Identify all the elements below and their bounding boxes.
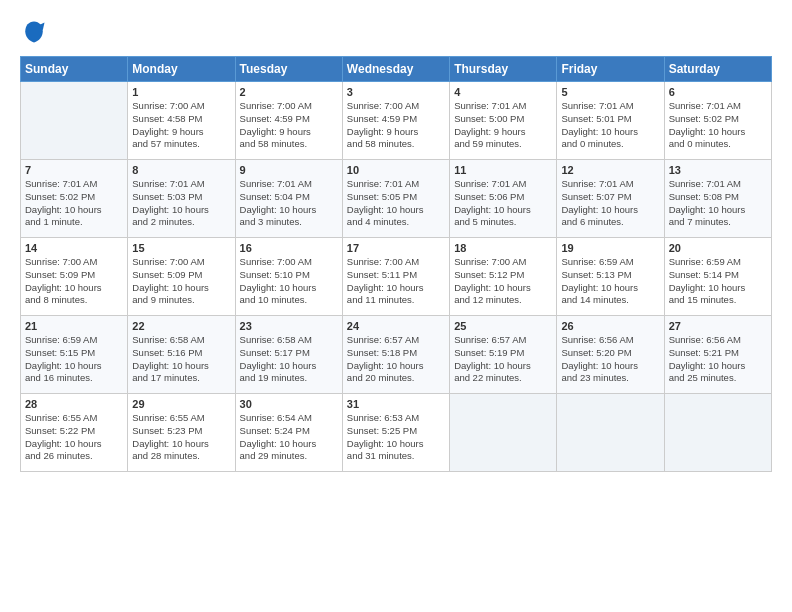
logo-icon: [20, 18, 48, 46]
day-cell: 22Sunrise: 6:58 AMSunset: 5:16 PMDayligh…: [128, 316, 235, 394]
day-info-line: Sunrise: 7:01 AM: [561, 178, 659, 191]
day-info: Sunrise: 6:59 AMSunset: 5:13 PMDaylight:…: [561, 256, 659, 307]
day-info-line: Sunset: 5:09 PM: [132, 269, 230, 282]
day-info-line: Sunrise: 7:01 AM: [669, 100, 767, 113]
day-info-line: Daylight: 10 hours: [132, 360, 230, 373]
day-info-line: and 3 minutes.: [240, 216, 338, 229]
day-info-line: Sunrise: 6:56 AM: [669, 334, 767, 347]
day-info: Sunrise: 6:54 AMSunset: 5:24 PMDaylight:…: [240, 412, 338, 463]
day-cell: 30Sunrise: 6:54 AMSunset: 5:24 PMDayligh…: [235, 394, 342, 472]
day-info: Sunrise: 6:56 AMSunset: 5:20 PMDaylight:…: [561, 334, 659, 385]
day-info-line: and 11 minutes.: [347, 294, 445, 307]
day-cell: 5Sunrise: 7:01 AMSunset: 5:01 PMDaylight…: [557, 82, 664, 160]
day-info-line: Daylight: 9 hours: [132, 126, 230, 139]
day-info-line: and 0 minutes.: [561, 138, 659, 151]
day-info-line: Sunset: 5:06 PM: [454, 191, 552, 204]
day-cell: 11Sunrise: 7:01 AMSunset: 5:06 PMDayligh…: [450, 160, 557, 238]
day-info-line: and 5 minutes.: [454, 216, 552, 229]
day-info-line: Sunrise: 6:57 AM: [347, 334, 445, 347]
day-number: 2: [240, 86, 338, 98]
day-info-line: Sunrise: 7:01 AM: [347, 178, 445, 191]
day-info-line: Sunset: 5:24 PM: [240, 425, 338, 438]
day-cell: 4Sunrise: 7:01 AMSunset: 5:00 PMDaylight…: [450, 82, 557, 160]
day-info-line: Sunrise: 7:01 AM: [561, 100, 659, 113]
day-number: 21: [25, 320, 123, 332]
day-info: Sunrise: 7:00 AMSunset: 5:09 PMDaylight:…: [25, 256, 123, 307]
day-number: 30: [240, 398, 338, 410]
day-info-line: Daylight: 10 hours: [561, 126, 659, 139]
day-info-line: Sunset: 5:09 PM: [25, 269, 123, 282]
day-number: 1: [132, 86, 230, 98]
day-info-line: Daylight: 10 hours: [669, 204, 767, 217]
logo: [20, 18, 52, 46]
day-info-line: Sunrise: 6:58 AM: [240, 334, 338, 347]
day-number: 18: [454, 242, 552, 254]
day-number: 25: [454, 320, 552, 332]
day-info-line: and 10 minutes.: [240, 294, 338, 307]
day-cell: 8Sunrise: 7:01 AMSunset: 5:03 PMDaylight…: [128, 160, 235, 238]
day-info-line: and 29 minutes.: [240, 450, 338, 463]
day-number: 6: [669, 86, 767, 98]
day-info-line: and 1 minute.: [25, 216, 123, 229]
day-info-line: Daylight: 10 hours: [669, 282, 767, 295]
day-info-line: Sunrise: 7:00 AM: [347, 100, 445, 113]
day-info-line: Daylight: 10 hours: [347, 282, 445, 295]
day-info-line: and 14 minutes.: [561, 294, 659, 307]
day-info-line: Sunset: 5:08 PM: [669, 191, 767, 204]
day-info-line: Sunset: 5:15 PM: [25, 347, 123, 360]
day-cell: 3Sunrise: 7:00 AMSunset: 4:59 PMDaylight…: [342, 82, 449, 160]
day-cell: 28Sunrise: 6:55 AMSunset: 5:22 PMDayligh…: [21, 394, 128, 472]
day-number: 26: [561, 320, 659, 332]
day-info-line: Daylight: 10 hours: [240, 282, 338, 295]
day-cell: 15Sunrise: 7:00 AMSunset: 5:09 PMDayligh…: [128, 238, 235, 316]
day-info: Sunrise: 7:01 AMSunset: 5:02 PMDaylight:…: [669, 100, 767, 151]
day-number: 4: [454, 86, 552, 98]
day-info-line: Daylight: 10 hours: [454, 282, 552, 295]
day-info-line: Daylight: 10 hours: [132, 282, 230, 295]
day-info-line: Sunrise: 7:00 AM: [240, 100, 338, 113]
day-info-line: and 8 minutes.: [25, 294, 123, 307]
day-info-line: Daylight: 10 hours: [132, 438, 230, 451]
day-number: 7: [25, 164, 123, 176]
day-info-line: and 17 minutes.: [132, 372, 230, 385]
day-info-line: Sunset: 5:11 PM: [347, 269, 445, 282]
day-info-line: and 12 minutes.: [454, 294, 552, 307]
day-info-line: Daylight: 10 hours: [347, 360, 445, 373]
day-info-line: Daylight: 10 hours: [25, 438, 123, 451]
day-info-line: Sunrise: 6:55 AM: [25, 412, 123, 425]
day-info-line: and 22 minutes.: [454, 372, 552, 385]
day-info-line: Sunset: 5:04 PM: [240, 191, 338, 204]
day-number: 27: [669, 320, 767, 332]
day-info-line: Sunrise: 7:00 AM: [132, 256, 230, 269]
day-info-line: Daylight: 10 hours: [240, 438, 338, 451]
day-info-line: Sunset: 5:13 PM: [561, 269, 659, 282]
day-info-line: and 9 minutes.: [132, 294, 230, 307]
day-info-line: Daylight: 10 hours: [347, 438, 445, 451]
day-number: 3: [347, 86, 445, 98]
day-number: 22: [132, 320, 230, 332]
day-info-line: Sunset: 5:25 PM: [347, 425, 445, 438]
day-cell: 14Sunrise: 7:00 AMSunset: 5:09 PMDayligh…: [21, 238, 128, 316]
day-number: 23: [240, 320, 338, 332]
day-info-line: Sunset: 5:19 PM: [454, 347, 552, 360]
day-info-line: Sunset: 5:12 PM: [454, 269, 552, 282]
day-info-line: Sunset: 5:05 PM: [347, 191, 445, 204]
day-info-line: Sunrise: 7:00 AM: [240, 256, 338, 269]
day-info-line: Sunrise: 7:01 AM: [240, 178, 338, 191]
day-info-line: Sunrise: 7:01 AM: [25, 178, 123, 191]
day-info-line: and 0 minutes.: [669, 138, 767, 151]
day-info-line: and 19 minutes.: [240, 372, 338, 385]
day-info-line: Sunrise: 6:59 AM: [669, 256, 767, 269]
day-info-line: Daylight: 10 hours: [561, 204, 659, 217]
day-info-line: Daylight: 10 hours: [347, 204, 445, 217]
day-info-line: and 31 minutes.: [347, 450, 445, 463]
calendar-table: SundayMondayTuesdayWednesdayThursdayFrid…: [20, 56, 772, 472]
day-info-line: and 2 minutes.: [132, 216, 230, 229]
day-info: Sunrise: 6:56 AMSunset: 5:21 PMDaylight:…: [669, 334, 767, 385]
day-info-line: Daylight: 10 hours: [240, 204, 338, 217]
day-cell: 26Sunrise: 6:56 AMSunset: 5:20 PMDayligh…: [557, 316, 664, 394]
day-info: Sunrise: 6:55 AMSunset: 5:23 PMDaylight:…: [132, 412, 230, 463]
page: SundayMondayTuesdayWednesdayThursdayFrid…: [0, 0, 792, 484]
day-info-line: Sunrise: 7:00 AM: [347, 256, 445, 269]
day-info-line: Sunset: 5:07 PM: [561, 191, 659, 204]
